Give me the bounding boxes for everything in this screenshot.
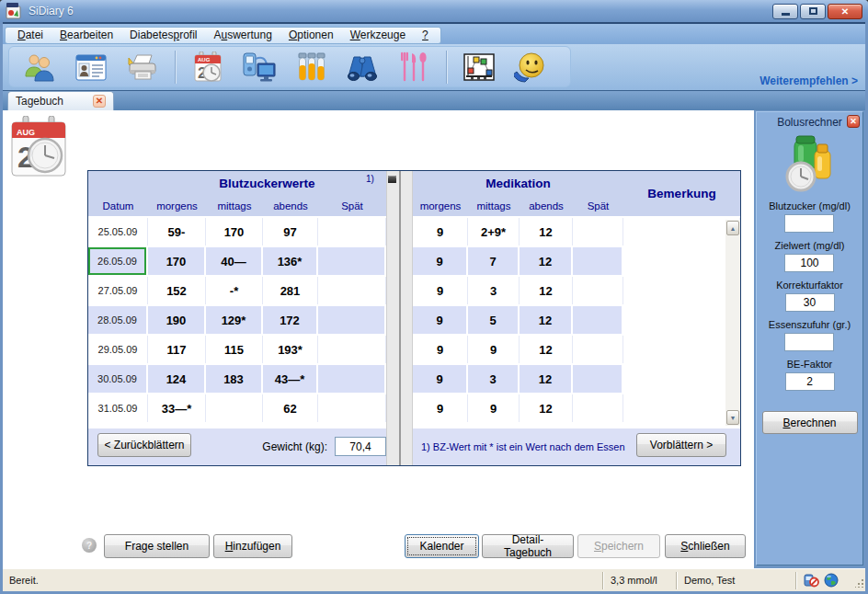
- resize-grip[interactable]: [852, 572, 865, 589]
- med-value-cell[interactable]: 12: [520, 247, 573, 275]
- restore-icon[interactable]: [800, 4, 826, 19]
- menu-hilfe[interactable]: ?: [414, 28, 437, 42]
- med-value-cell[interactable]: 9: [413, 277, 468, 304]
- bg-value-cell[interactable]: 170: [206, 218, 263, 246]
- date-cell[interactable]: 25.05.09: [88, 218, 148, 246]
- date-cell[interactable]: 31.05.09: [88, 394, 148, 422]
- bg-value-cell[interactable]: 40—: [206, 247, 263, 275]
- page-forward-button[interactable]: Vorblättern >: [636, 433, 726, 457]
- med-value-cell[interactable]: 9: [468, 336, 520, 363]
- table-scrollbar[interactable]: ▲ ▼: [725, 220, 740, 426]
- bg-value-cell[interactable]: 33—*: [148, 394, 206, 422]
- device-import-icon[interactable]: [240, 49, 279, 86]
- remark-cell[interactable]: [623, 306, 740, 334]
- menu-auswertung[interactable]: Auswertung: [206, 28, 280, 42]
- calendar-button[interactable]: Kalender: [405, 534, 479, 558]
- menu-bearbeiten[interactable]: Bearbeiten: [51, 28, 121, 42]
- date-cell[interactable]: 27.05.09: [88, 277, 148, 304]
- med-value-cell[interactable]: 9: [413, 306, 468, 334]
- bg-value-cell[interactable]: [318, 365, 386, 393]
- med-value-cell[interactable]: [573, 336, 623, 363]
- bg-value-cell[interactable]: 62: [263, 394, 318, 422]
- close-dialog-button[interactable]: Schließen: [665, 534, 746, 558]
- menu-werkzeuge[interactable]: Werkzeuge: [342, 28, 414, 42]
- med-value-cell[interactable]: 9: [468, 394, 520, 422]
- med-value-cell[interactable]: [573, 394, 623, 422]
- titlebar[interactable]: SiDiary 6 ✕: [0, 0, 868, 22]
- med-value-cell[interactable]: [573, 306, 623, 334]
- scroll-up-icon[interactable]: ▲: [726, 221, 739, 235]
- bg-value-cell[interactable]: 281: [263, 277, 318, 304]
- bg-value-cell[interactable]: 136*: [263, 247, 318, 275]
- panel-close-icon[interactable]: ✕: [847, 115, 860, 128]
- remark-cell[interactable]: [623, 394, 740, 422]
- bg-value-cell[interactable]: 117: [148, 336, 206, 363]
- bg-value-cell[interactable]: 152: [148, 277, 206, 304]
- target-value-input[interactable]: [784, 254, 834, 272]
- date-cell[interactable]: 28.05.09: [88, 306, 148, 334]
- bg-value-cell[interactable]: [318, 336, 386, 363]
- bg-value-cell[interactable]: 124: [148, 365, 206, 393]
- nutrition-icon[interactable]: [394, 49, 433, 86]
- weight-input[interactable]: [335, 437, 386, 456]
- minimize-icon[interactable]: [772, 4, 798, 19]
- add-button[interactable]: Hinzufügen: [213, 534, 292, 558]
- bg-value-cell[interactable]: 97: [263, 218, 318, 246]
- tab-tagebuch[interactable]: Tagebuch ✕: [7, 91, 114, 110]
- patients-icon[interactable]: [20, 49, 59, 86]
- med-value-cell[interactable]: 9: [413, 247, 468, 275]
- menu-datei[interactable]: Datei: [9, 28, 51, 42]
- bg-value-cell[interactable]: 190: [148, 306, 206, 334]
- bg-value-cell[interactable]: [318, 306, 386, 334]
- med-value-cell[interactable]: 9: [413, 365, 468, 393]
- med-value-cell[interactable]: [573, 247, 623, 275]
- med-value-cell[interactable]: 3: [468, 277, 520, 304]
- date-cell[interactable]: 26.05.09: [88, 247, 148, 275]
- bg-value-cell[interactable]: 172: [263, 306, 318, 334]
- patient-profile-icon[interactable]: [72, 49, 110, 86]
- med-value-cell[interactable]: [573, 365, 623, 393]
- med-value-cell[interactable]: [573, 277, 623, 304]
- print-icon[interactable]: [123, 49, 162, 86]
- calculate-button[interactable]: Berechnen: [762, 411, 858, 434]
- med-value-cell[interactable]: 5: [468, 306, 520, 334]
- food-intake-input[interactable]: [784, 333, 834, 351]
- wizard-smiley-icon[interactable]: [511, 49, 550, 86]
- tab-close-icon[interactable]: ✕: [93, 95, 106, 108]
- med-value-cell[interactable]: 12: [520, 306, 573, 334]
- bg-value-cell[interactable]: 129*: [206, 306, 263, 334]
- detail-diary-button[interactable]: Detail-Tagebuch: [482, 534, 574, 558]
- recommend-link[interactable]: Weiterempfehlen >: [760, 74, 858, 87]
- med-value-cell[interactable]: 12: [520, 394, 573, 422]
- remark-cell[interactable]: [623, 336, 740, 363]
- bg-value-cell[interactable]: [318, 247, 386, 275]
- be-factor-input[interactable]: [785, 372, 835, 391]
- med-value-cell[interactable]: 12: [520, 365, 573, 393]
- date-cell[interactable]: 29.05.09: [88, 336, 148, 363]
- bg-value-cell[interactable]: [206, 394, 263, 422]
- remark-cell[interactable]: [623, 247, 740, 275]
- page-back-button[interactable]: < Zurückblättern: [97, 433, 191, 457]
- med-value-cell[interactable]: 12: [520, 336, 573, 363]
- bg-value-cell[interactable]: 59-: [148, 218, 206, 246]
- remark-cell[interactable]: [623, 218, 740, 246]
- menu-optionen[interactable]: Optionen: [280, 28, 342, 42]
- search-icon[interactable]: [343, 49, 382, 86]
- save-button[interactable]: Speichern: [577, 534, 660, 558]
- med-value-cell[interactable]: 9: [413, 336, 468, 363]
- bg-value-cell[interactable]: [318, 277, 386, 304]
- bg-value-cell[interactable]: [318, 394, 386, 422]
- remark-cell[interactable]: [623, 277, 740, 304]
- correction-factor-input[interactable]: [785, 293, 835, 312]
- med-value-cell[interactable]: 3: [468, 365, 520, 393]
- bg-value-cell[interactable]: 170: [148, 247, 206, 275]
- diary-calendar-icon[interactable]: AUG 2: [188, 49, 227, 86]
- bg-value-cell[interactable]: -*: [206, 277, 263, 304]
- med-value-cell[interactable]: 9: [413, 218, 468, 246]
- scroll-down-icon[interactable]: ▼: [726, 410, 739, 425]
- bg-value-cell[interactable]: [318, 218, 386, 246]
- med-value-cell[interactable]: 7: [468, 247, 520, 275]
- med-value-cell[interactable]: 2+9*: [468, 218, 520, 246]
- menu-diabetesprofil[interactable]: Diabetesprofil: [121, 28, 205, 42]
- bg-value-cell[interactable]: 115: [206, 336, 263, 363]
